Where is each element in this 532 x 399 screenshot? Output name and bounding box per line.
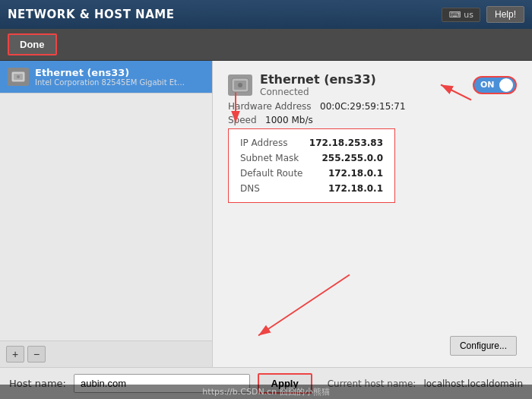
ethernet-detail-icon: [231, 78, 249, 93]
right-panel: Ethernet (ens33) Connected ON Hardware A…: [213, 61, 532, 367]
interface-list: Ethernet (ens33) Intel Corporation 82545…: [0, 61, 212, 340]
done-button[interactable]: Done: [8, 33, 57, 55]
detail-header: Ethernet (ens33) Connected ON: [228, 72, 517, 97]
svg-point-2: [17, 75, 20, 78]
help-button[interactable]: Help!: [486, 6, 524, 23]
page-title: NETWORK & HOST NAME: [8, 8, 174, 21]
subnet-mask-value: 255.255.0.0: [322, 153, 383, 163]
ip-address-value: 172.18.253.83: [309, 138, 383, 148]
header-right: ⌨ us Help!: [442, 6, 524, 23]
main-content: Ethernet (ens33) Intel Corporation 82545…: [0, 61, 532, 367]
default-route-value: 172.18.0.1: [328, 168, 383, 179]
detail-status: Connected: [260, 87, 376, 97]
dns-label: DNS: [240, 183, 260, 194]
keyboard-lang: us: [464, 10, 473, 20]
list-controls: + −: [0, 340, 212, 367]
hardware-address-label: Hardware Address: [228, 101, 312, 112]
hardware-address-value: 00:0C:29:59:15:71: [320, 101, 406, 112]
dns-value: 172.18.0.1: [328, 183, 383, 194]
add-interface-button[interactable]: +: [6, 346, 24, 363]
speed-section: Speed 1000 Mb/s: [228, 115, 517, 125]
interface-name: Ethernet (ens33): [35, 67, 204, 78]
keyboard-indicator: ⌨ us: [442, 8, 480, 22]
left-panel: Ethernet (ens33) Intel Corporation 82545…: [0, 61, 213, 367]
interface-info: Ethernet (ens33) Intel Corporation 82545…: [35, 67, 204, 87]
toggle-label: ON: [480, 80, 495, 90]
action-bar: Done: [0, 29, 532, 61]
subnet-mask-label: Subnet Mask: [240, 153, 299, 163]
configure-button[interactable]: Configure...: [450, 336, 517, 356]
detail-name-area: Ethernet (ens33) Connected: [260, 72, 376, 97]
subnet-mask-row: Subnet Mask 255.255.0.0: [240, 150, 383, 166]
interface-desc: Intel Corporation 82545EM Gigabit Ethern…: [35, 78, 187, 87]
speed-label: Speed: [228, 115, 257, 125]
default-route-label: Default Route: [240, 168, 303, 179]
info-table: IP Address 172.18.253.83 Subnet Mask 255…: [228, 128, 395, 203]
ip-address-row: IP Address 172.18.253.83: [240, 135, 383, 150]
detail-title-area: Ethernet (ens33) Connected: [228, 72, 376, 97]
ethernet-icon: [11, 71, 26, 83]
right-panel-inner: Ethernet (ens33) Connected ON Hardware A…: [228, 72, 517, 356]
remove-interface-button[interactable]: −: [27, 346, 46, 363]
toggle-switch[interactable]: ON: [473, 76, 517, 94]
detail-interface-name: Ethernet (ens33): [260, 72, 376, 87]
default-route-row: Default Route 172.18.0.1: [240, 166, 383, 181]
svg-point-5: [238, 83, 242, 87]
detail-ethernet-icon: [228, 74, 252, 96]
interface-icon: [8, 68, 29, 86]
toggle-knob: [499, 78, 513, 92]
ip-address-label: IP Address: [240, 138, 287, 148]
keyboard-icon: ⌨: [448, 10, 461, 20]
interface-item[interactable]: Ethernet (ens33) Intel Corporation 82545…: [0, 61, 212, 93]
speed-value: 1000 Mb/s: [265, 115, 313, 125]
header: NETWORK & HOST NAME ⌨ us Help!: [0, 0, 532, 29]
hardware-section: Hardware Address 00:0C:29:59:15:71: [228, 101, 517, 112]
watermark: https://b.CSDN.cn 囧囧的小熊猫: [0, 385, 532, 399]
dns-row: DNS 172.18.0.1: [240, 181, 383, 196]
